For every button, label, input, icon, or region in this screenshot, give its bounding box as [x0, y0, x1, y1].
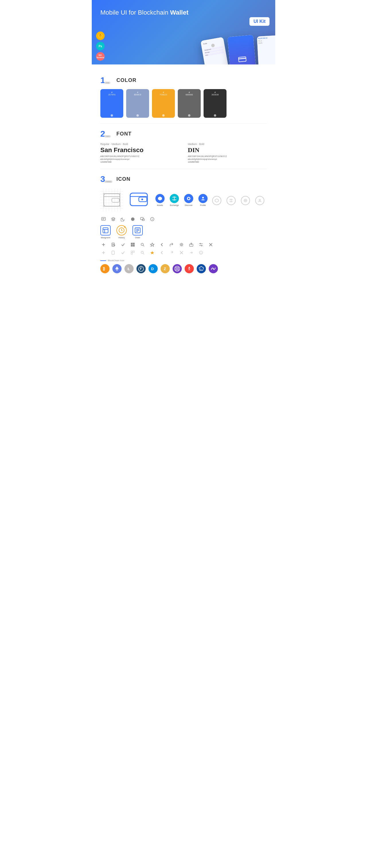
assets-outline-icon [212, 196, 221, 205]
utility-icons-row-2 [101, 249, 266, 256]
hero-title: Mobile UI for Blockchain Wallet [101, 9, 188, 17]
check-outline-icon [120, 249, 126, 256]
mgmt-order-icon: Order [133, 225, 143, 239]
phone-screen-1: Profile Management Message Refer [200, 37, 230, 64]
icon-section-header: 3 THREE ICON [101, 175, 266, 183]
profile-outline-icon [255, 196, 264, 205]
svg-point-44 [131, 217, 135, 221]
color-section-title: COLOR [116, 78, 137, 83]
hero-title-regular: Mobile UI for Blockchain [101, 9, 170, 16]
nav-icon-exchange: Exchange [170, 194, 179, 206]
sf-uppercase: ABCDEFGHIJKLMNOPQRSTUVWXYZ [101, 155, 179, 157]
close-icon [207, 242, 214, 248]
btc-icon: ₿ [101, 264, 110, 273]
svg-marker-100 [115, 267, 119, 270]
svg-point-90 [141, 251, 143, 253]
svg-text:Z: Z [164, 267, 166, 271]
eth-icon [112, 264, 121, 273]
svg-point-118 [213, 268, 214, 269]
phone-mockup-1: Profile Management Message Refer [200, 37, 230, 64]
chevron-left-outline-icon [159, 249, 165, 256]
svg-rect-21 [112, 198, 119, 202]
svg-point-39 [245, 200, 246, 201]
font-section-header: 2 TWO FONT [101, 129, 266, 138]
svg-text:Ł: Ł [128, 267, 130, 271]
nav-icons-outline [212, 196, 264, 205]
wallet-blue-icon [128, 188, 151, 212]
font-section-title: FONT [116, 131, 132, 137]
svg-text:D: D [151, 267, 154, 271]
svg-rect-41 [102, 217, 106, 220]
grid-icon [173, 264, 182, 273]
hero-phones: Profile Management Message Refer $6,297,… [204, 36, 275, 64]
svg-marker-76 [150, 243, 154, 246]
discover-outline-icon [241, 196, 250, 205]
gear-icon [178, 242, 185, 248]
svg-marker-31 [158, 196, 162, 200]
sketch-badge [96, 32, 105, 40]
svg-line-75 [143, 245, 144, 246]
misc-icons-row-1 [101, 216, 266, 222]
section-3-number: 3 THREE [101, 175, 113, 183]
svg-rect-86 [112, 251, 114, 254]
svg-point-25 [103, 206, 104, 207]
din-font-name: DIN [188, 146, 266, 154]
svg-rect-70 [133, 245, 134, 246]
svg-point-23 [103, 193, 104, 194]
svg-marker-104 [140, 267, 141, 270]
info-icon [149, 216, 156, 222]
swap-icon [198, 242, 204, 248]
svg-point-77 [181, 244, 182, 246]
main-content: 1 ONE COLOR #3574FA #8DA0C8 #F5A623 [92, 64, 275, 288]
sf-style-label: Regular · Medium · Bold [101, 143, 179, 146]
wallet-icon-grid: Assets Exchange [101, 188, 266, 212]
phone-mockup-2 [227, 35, 257, 64]
sf-lowercase: abcdefghijklmnopqrstuvwxyz [101, 158, 179, 160]
din-style-label: Medium · Bold [188, 143, 266, 146]
color-swatches: #3574FA #8DA0C8 #F5A623 #666666 [101, 89, 266, 118]
blockchain-label: BlockChain Icon [101, 259, 266, 262]
swatch-darkgray: #303030 [204, 89, 227, 118]
crypto-icons: ₿ Ł D [101, 264, 266, 273]
svg-point-74 [141, 243, 143, 246]
svg-rect-67 [133, 243, 134, 244]
upload-box-icon [188, 242, 194, 248]
dash-icon: D [148, 264, 158, 273]
hero-section: Mobile UI for Blockchain Wallet UI Kit P… [92, 0, 275, 64]
svg-rect-72 [133, 246, 134, 246]
svg-point-30 [141, 198, 143, 200]
qr-outline-icon [130, 249, 136, 256]
svg-rect-71 [134, 245, 135, 246]
svg-rect-50 [103, 228, 108, 233]
nav-icons: Assets Exchange [156, 194, 207, 206]
svg-rect-89 [131, 253, 133, 254]
svg-rect-5 [238, 58, 246, 59]
hero-badges: Ps 60+Screens [96, 32, 105, 61]
phone-screen-2 [227, 35, 257, 64]
icon-section-title: ICON [116, 176, 131, 182]
svg-text:L: L [200, 268, 202, 271]
swatch-gray: #666666 [178, 89, 201, 118]
swatch-grayblue: #8DA0C8 [126, 89, 149, 118]
qr-icon [130, 242, 136, 248]
nav-icon-profile: Profile [198, 194, 207, 206]
svg-text:₿: ₿ [103, 267, 105, 271]
star-filled-icon [149, 249, 156, 256]
x-outline-icon [178, 249, 185, 256]
doc-outline-icon [110, 249, 116, 256]
nav-icon-discover: Discover [184, 194, 193, 206]
zec-icon: Z [161, 264, 170, 273]
svg-point-38 [244, 199, 247, 202]
svg-rect-73 [134, 246, 135, 246]
swatch-orange: #F5A623 [152, 89, 175, 118]
blockchain-line [101, 260, 106, 261]
font-sf: Regular · Medium · Bold San Francisco AB… [101, 143, 179, 163]
hero-title-bold: Wallet [170, 9, 188, 16]
doc-edit-icon [110, 242, 116, 248]
sf-numbers: 1234567890 [101, 161, 179, 163]
svg-line-91 [143, 253, 144, 254]
font-din: Medium · Bold DIN ABCDEFGHIJKLMNOPQRSTUV… [188, 143, 266, 163]
screens-badge: 60+Screens [96, 52, 105, 61]
uikit-badge: UI Kit [250, 17, 270, 26]
moon-icon [120, 216, 126, 222]
